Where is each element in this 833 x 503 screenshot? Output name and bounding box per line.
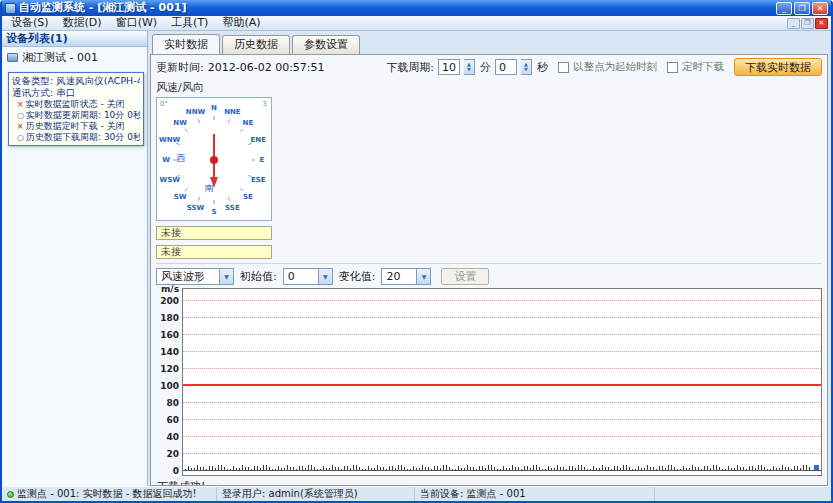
chart-y-axis: m/s 020406080100120140160180200 xyxy=(156,288,182,476)
device-status-line-3: ×历史数据定时下载 - 关闭 xyxy=(12,121,140,132)
tab-2[interactable]: 历史数据 xyxy=(222,35,290,54)
compass-label-W: W xyxy=(162,156,170,164)
minutes-unit-label: 分 xyxy=(480,60,491,75)
compass-label-E: E xyxy=(260,156,265,164)
chart-gridline-40 xyxy=(183,436,821,437)
status-line-text: 实时数据更新周期: 10分 0秒 xyxy=(26,110,140,120)
align-hour-checkbox[interactable] xyxy=(558,62,569,73)
wind-speed-chart: m/s 020406080100120140160180200 xyxy=(156,288,822,476)
status-marker-icon: × xyxy=(17,100,24,109)
chart-y-tick-200: 200 xyxy=(160,296,179,306)
minimize-button[interactable] xyxy=(776,2,792,15)
status-marker-icon: ○ xyxy=(17,133,24,142)
initial-value-select-value: 0 xyxy=(284,269,318,284)
chart-y-tick-140: 140 xyxy=(160,347,179,357)
status-user-text: 登录用户: admin(系统管理员) xyxy=(222,487,358,501)
status-filler xyxy=(655,487,831,501)
device-info-tooltip: 设备类型: 风速风向仪(ACPH-4) 通讯方式: 串口 ×实时数据监听状态 -… xyxy=(8,72,144,146)
status-ok-icon xyxy=(7,491,14,498)
seconds-input[interactable]: 0 xyxy=(495,59,517,75)
menu-item-3[interactable]: 窗口(W) xyxy=(109,16,164,30)
tab-1[interactable]: 实时数据 xyxy=(152,34,220,54)
compass-label-SSW: SSW xyxy=(187,204,205,212)
close-button[interactable] xyxy=(812,2,828,15)
initial-value-select[interactable]: 0 xyxy=(283,268,333,285)
mdi-restore-button[interactable] xyxy=(801,18,814,29)
compass-label-NNW: NNW xyxy=(186,108,205,116)
chart-noise xyxy=(185,461,812,470)
seconds-unit-label: 秒 xyxy=(537,60,548,75)
wind-gauge-section: 风速/风向 0° 3 西 南 NNNENEENEEESESESSESSSWSWW… xyxy=(156,79,822,259)
status-device-text: 当前设备: 监测点 - 001 xyxy=(420,487,526,501)
realtime-tab-content: 更新时间: 2012-06-02 00:57:51 下载周期: 10 分 0 秒… xyxy=(150,54,828,486)
menu-bar: 设备(S)数据(D)窗口(W)工具(T)帮助(A) xyxy=(2,16,831,31)
menu-bar-items: 设备(S)数据(D)窗口(W)工具(T)帮助(A) xyxy=(4,16,787,30)
chart-gridline-140 xyxy=(183,351,821,352)
seconds-spinner-icon[interactable] xyxy=(521,59,532,75)
menu-item-1[interactable]: 设备(S) xyxy=(4,16,56,30)
tab-3[interactable]: 参数设置 xyxy=(292,35,360,54)
initial-value-label: 初始值: xyxy=(240,269,277,284)
menu-item-5[interactable]: 帮助(A) xyxy=(215,16,267,30)
status-device: 当前设备: 监测点 - 001 xyxy=(415,487,655,501)
status-message-text: 监测点 - 001: 实时数据 - 数据返回成功! xyxy=(17,487,197,501)
mdi-close-button[interactable] xyxy=(815,18,828,29)
status-message: 监测点 - 001: 实时数据 - 数据返回成功! xyxy=(2,487,217,501)
dropdown-arrow-icon[interactable] xyxy=(219,269,233,284)
waveform-select[interactable]: 风速波形 xyxy=(156,268,234,285)
menu-item-4[interactable]: 工具(T) xyxy=(164,16,215,30)
timed-download-checkbox[interactable] xyxy=(667,62,678,73)
wind-group-label: 风速/风向 xyxy=(156,80,822,95)
timed-download-checkbox-label: 定时下载 xyxy=(682,60,724,74)
compass-label-SSE: SSE xyxy=(225,204,240,212)
maximize-button[interactable] xyxy=(794,2,810,15)
status-marker-icon: × xyxy=(17,122,24,131)
chart-gridline-160 xyxy=(183,334,821,335)
device-status-line-4: ○历史数据下载周期: 30分 0秒 xyxy=(12,132,140,143)
dropdown-arrow-icon[interactable] xyxy=(416,269,430,284)
menu-item-2[interactable]: 数据(D) xyxy=(56,16,109,30)
chart-y-tick-0: 0 xyxy=(173,466,179,476)
compass-label-ESE: ESE xyxy=(251,176,266,184)
device-info-items: ×实时数据监听状态 - 关闭○实时数据更新周期: 10分 0秒×历史数据定时下载… xyxy=(12,99,140,143)
download-period-label: 下载周期: xyxy=(386,60,434,75)
main-panel: 实时数据历史数据参数设置 更新时间: 2012-06-02 00:57:51 下… xyxy=(148,31,831,486)
chart-plot xyxy=(182,288,822,476)
status-user: 登录用户: admin(系统管理员) xyxy=(217,487,415,501)
compass-west-label: 西 xyxy=(177,152,186,165)
device-tree-item-label: 湘江测试 - 001 xyxy=(22,50,98,65)
waveform-select-value: 风速波形 xyxy=(157,269,219,284)
download-realtime-button[interactable]: 下载实时数据 xyxy=(734,58,822,76)
compass-label-NE: NE xyxy=(243,119,254,127)
compass-label-SE: SE xyxy=(243,193,253,201)
chart-reference-line xyxy=(183,384,821,386)
device-tree: 湘江测试 - 001 设备类型: 风速风向仪(ACPH-4) 通讯方式: 串口 … xyxy=(3,48,146,485)
status-marker-icon: ○ xyxy=(17,111,24,120)
compass-label-N: N xyxy=(211,104,217,112)
compass-label-WSW: WSW xyxy=(159,176,179,184)
device-tree-item[interactable]: 湘江测试 - 001 xyxy=(3,48,146,67)
update-time-value: 2012-06-02 00:57:51 xyxy=(208,61,325,74)
chart-y-unit-label: m/s xyxy=(161,284,179,294)
compass-corner-label-right: 3 xyxy=(263,100,267,108)
realtime-toolbar: 更新时间: 2012-06-02 00:57:51 下载周期: 10 分 0 秒… xyxy=(156,57,822,77)
minutes-spinner-icon[interactable] xyxy=(464,59,475,75)
chart-y-tick-80: 80 xyxy=(166,398,179,408)
chart-y-tick-160: 160 xyxy=(160,330,179,340)
compass-label-WNW: WNW xyxy=(159,136,180,144)
title-bar: 自动监测系统 - [湘江测试 - 001] xyxy=(2,0,831,16)
chart-y-tick-40: 40 xyxy=(166,432,179,442)
chart-controls: 风速波形 初始值: 0 变化值: 20 设置 xyxy=(156,263,822,285)
compass-corner-label-left: 0° xyxy=(160,100,168,108)
mdi-minimize-button[interactable] xyxy=(787,18,800,29)
device-list-panel: 设备列表(1) 湘江测试 - 001 设备类型: 风速风向仪(ACPH-4) 通… xyxy=(2,31,148,486)
apply-settings-button[interactable]: 设置 xyxy=(441,268,489,285)
chart-gridline-120 xyxy=(183,368,821,369)
tab-bar: 实时数据历史数据参数设置 xyxy=(150,33,828,54)
compass-label-NW: NW xyxy=(173,119,187,127)
status-line-text: 历史数据下载周期: 30分 0秒 xyxy=(26,132,140,142)
compass-needle-icon xyxy=(157,98,273,222)
dropdown-arrow-icon[interactable] xyxy=(318,269,332,284)
minutes-input[interactable]: 10 xyxy=(438,59,460,75)
delta-value-select[interactable]: 20 xyxy=(381,268,431,285)
